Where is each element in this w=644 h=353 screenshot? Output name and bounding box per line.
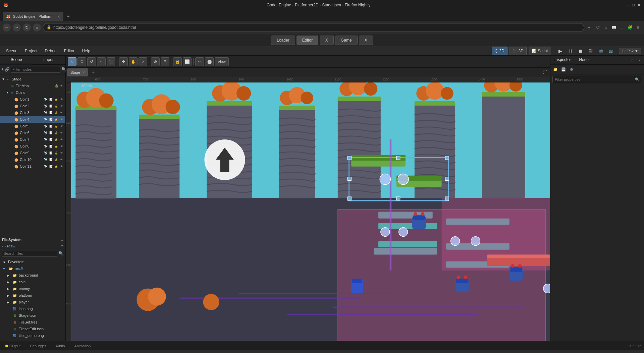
fs-item-platform[interactable]: ▶ 📁 platform [0, 292, 65, 299]
refresh-button[interactable]: ↻ [23, 23, 31, 32]
zoom-plus[interactable]: + [93, 84, 95, 88]
tool-lock[interactable]: 🔒 [173, 57, 182, 66]
fs-item-stage-tscn[interactable]: ⊞ Stage.tscn [0, 312, 65, 319]
tool-ruler[interactable]: ↗ [139, 57, 147, 66]
play-remote-button[interactable]: 📺 [606, 46, 615, 56]
menu-scene[interactable]: Scene [3, 48, 21, 54]
editor-tab-add[interactable]: + [90, 69, 97, 76]
tree-item-coin8[interactable]: ⬤ Coin8 📡 📝 🔒 👁 [0, 143, 65, 150]
tree-item-coin3[interactable]: ⬤ Coin3 📡 📝 🔒 👁 [0, 109, 65, 116]
tool-group[interactable]: ⬜ [183, 57, 192, 66]
tree-item-coin7[interactable]: ⬤ Coin7 📡 📝 🔒 👁 [0, 136, 65, 143]
play-custom-button[interactable]: 📹 [596, 46, 605, 56]
tool-snap-grid[interactable]: ⊕ [151, 57, 160, 66]
tree-item-tilemap[interactable]: ⊞ TileMap 🔒 👁 [0, 82, 65, 89]
browser-tab-active[interactable]: 🦊 Godot Engine - Platform... ✕ [3, 12, 63, 21]
mode-script-button[interactable]: 📝 Script [529, 47, 551, 55]
tree-item-coin11[interactable]: ⬤ Coin11 📡 📝 🔒 👁 [0, 163, 65, 170]
tool-scale[interactable]: ↔ [97, 57, 106, 66]
new-tab-button[interactable]: + [64, 13, 72, 21]
tool-rect[interactable]: ⬛ [107, 57, 115, 66]
fullscreen-button[interactable]: ⛶ [541, 69, 549, 76]
add-node-button[interactable]: + [1, 66, 4, 73]
menu-editor[interactable]: Editor [61, 48, 78, 54]
bookmarks-icon[interactable]: ⋯ [586, 24, 593, 31]
inspector-folder-btn[interactable]: 📁 [552, 66, 559, 73]
tree-item-coin4[interactable]: ⬤ Coin4 📡 📝 🔒 👁 [0, 116, 65, 123]
tool-pivot[interactable]: ✥ [119, 57, 128, 66]
tree-item-coins[interactable]: ▼ ○ Coins [0, 89, 65, 96]
fs-item-icon-png[interactable]: 🖼 icon.png [0, 305, 65, 312]
shield-icon[interactable]: 🛡 [594, 24, 601, 31]
canvas-viewport-area[interactable]: 600 700 800 900 1000 1100 1200 1300 1400… [66, 77, 550, 341]
menu-icon[interactable]: ≡ [635, 24, 641, 31]
tab-import[interactable]: Import [33, 56, 66, 64]
play-button[interactable]: ▶ [556, 46, 565, 56]
tree-item-coin9[interactable]: ⬤ Coin9 📡 📝 🔒 👁 [0, 150, 65, 156]
sync-icon[interactable]: ↕ [619, 24, 625, 31]
editor-tab-close[interactable]: ✕ [82, 70, 85, 74]
tree-item-coin10[interactable]: ⬤ Coin10 📡 📝 🔒 👁 [0, 156, 65, 163]
back-button[interactable]: ← [3, 23, 11, 32]
fs-item-tilesetEdit-tscn[interactable]: ⊞ TilesetEdit.tscn [0, 326, 65, 332]
tree-item-coin1[interactable]: ⬤ Coin1 📡 📝 🔒 👁 [0, 96, 65, 103]
tool-bones[interactable]: ✏ [195, 57, 204, 66]
filter-nodes-input[interactable] [11, 66, 60, 73]
inspector-forward-btn[interactable]: › [636, 57, 643, 63]
fs-list-view-btn[interactable]: ≡ [61, 244, 63, 248]
browser-tab-close[interactable]: ✕ [57, 15, 60, 18]
tree-item-coin6[interactable]: ⬤ Coin6 📡 📝 🔒 👁 [0, 129, 65, 136]
godot-tab-x1[interactable]: X [320, 36, 334, 45]
inspector-tab-inspector[interactable]: Inspector [550, 56, 575, 64]
filesystem-search-input[interactable] [2, 250, 57, 257]
godot-tab-loader[interactable]: Loader [271, 36, 295, 45]
fs-item-player[interactable]: ▶ 📁 player [0, 299, 65, 305]
home-button[interactable]: ⌂ [33, 23, 41, 32]
fs-item-background[interactable]: ▶ 📁 background [0, 272, 65, 279]
fs-item-tileset-tres[interactable]: ⊞ TileSet.tres [0, 319, 65, 326]
tool-move-children[interactable]: ⬡ [77, 57, 86, 66]
inspector-back-btn[interactable]: ‹ [629, 57, 635, 63]
tree-item-stage[interactable]: ▼ ○ Stage [0, 76, 65, 82]
editor-tab-stage[interactable]: Stage ✕ [67, 68, 88, 76]
inspector-filter-input[interactable] [555, 77, 635, 81]
tool-rotate[interactable]: ↺ [87, 57, 96, 66]
filesystem-menu-icon[interactable]: ≡ [61, 238, 63, 242]
tree-item-coin2[interactable]: ⬤ Coin2 📡 📝 🔒 👁 [0, 103, 65, 109]
menu-debug[interactable]: Debug [41, 48, 60, 54]
pause-button[interactable]: ⏸ [566, 46, 575, 56]
zoom-minus[interactable]: − [78, 84, 80, 88]
inspector-save-btn[interactable]: 💾 [560, 66, 567, 73]
fs-item-enemy[interactable]: ▶ 📁 enemy [0, 285, 65, 292]
bottom-tab-debugger[interactable]: Debugger [27, 343, 49, 349]
forward-button[interactable]: → [13, 23, 21, 32]
tool-particles[interactable]: ⬤ [205, 57, 214, 66]
tab-scene[interactable]: Scene [0, 56, 33, 64]
stop-button[interactable]: ⏹ [576, 46, 585, 56]
mode-2d-button[interactable]: ⬡ 2D [492, 47, 507, 55]
menu-project[interactable]: Project [21, 48, 41, 54]
view-button[interactable]: View [215, 57, 229, 66]
mode-3d-button[interactable]: ⬛ 3D [509, 47, 527, 55]
browser-close[interactable]: ✕ [637, 3, 641, 7]
browser-minimize[interactable]: ─ [627, 3, 630, 7]
star-icon[interactable]: ☆ [602, 24, 609, 31]
bottom-tab-audio[interactable]: Audio [53, 343, 67, 349]
godot-tab-x2[interactable]: X [359, 36, 373, 45]
bottom-tab-animation[interactable]: Animation [72, 343, 94, 349]
tool-select[interactable]: ↖ [68, 57, 76, 66]
inspector-settings-btn[interactable]: ⚙ [568, 66, 575, 73]
reader-icon[interactable]: 📖 [610, 24, 617, 31]
fs-item-res-root[interactable]: ▼ 📂 res:// [0, 265, 65, 272]
inspector-tab-node[interactable]: Node [575, 56, 593, 64]
tree-item-coin5[interactable]: ⬤ Coin5 📡 📝 🔒 👁 [0, 123, 65, 129]
bottom-tab-output[interactable]: Output [3, 343, 23, 349]
browser-maximize[interactable]: □ [632, 3, 635, 7]
address-bar[interactable]: 🔒 https://godotengine.org/online/godot.t… [43, 23, 584, 32]
fs-back-icon[interactable]: ‹ [2, 244, 3, 248]
godot-tab-editor[interactable]: Editor [297, 36, 318, 45]
fs-item-coin[interactable]: ▶ 📁 coin [0, 279, 65, 285]
link-node-button[interactable]: 🔗 [5, 66, 10, 73]
tool-pan[interactable]: ✋ [129, 57, 138, 66]
game-canvas[interactable]: − 100 % + [71, 82, 550, 341]
